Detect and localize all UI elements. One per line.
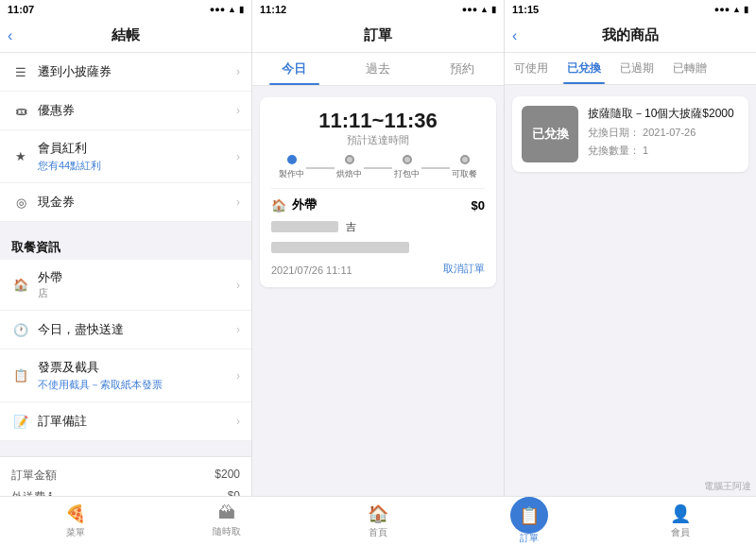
order-address [271,238,409,255]
wifi-icon-2: ▲ [480,5,489,14]
discount-coupon-item[interactable]: 🎟 優惠券 › [0,92,251,130]
divider-2 [0,441,251,449]
status-bar-2: 11:12 ●●● ▲ ▮ [252,0,505,19]
label-packing: 打包中 [394,168,420,180]
time-1: 11:07 [8,4,34,15]
order-item-section: 🏠 外帶 吉 [271,188,485,276]
store-icon: 🏠 [11,276,30,295]
cash-icon: ◎ [11,193,30,212]
nav-member-label: 會員 [671,526,690,539]
order-summary: 訂單金額 $200 外送費 ℹ $0 披薩隨取 -$200 應付金額 $0 [0,456,251,496]
wifi-icon: ▲ [228,5,236,14]
panels: ‹ 結帳 ☰ 遷到小披薩券 › 🎟 優惠券 › [0,19,756,496]
time-2: 11:12 [260,4,286,15]
coupon-item[interactable]: ☰ 遷到小披薩券 › [0,53,251,92]
nav-member[interactable]: 👤 會員 [605,497,756,545]
delivery-fee-value: $0 [228,489,240,496]
nav-order-label: 訂單 [520,532,539,545]
dot-ready [460,155,470,164]
chevron-icon-7: › [236,369,240,383]
product-list: 已兌換 披薩隨取－10個大披薩$2000 兌換日期： 2021-07-26 兌換… [505,85,756,496]
signal-icon-2: ●●● [462,5,477,14]
tab-scheduled[interactable]: 預約 [420,53,504,85]
order-type-icon: 🏠 [271,198,286,213]
mountain-icon: 🏔 [218,503,235,523]
note-label: 訂單備註 [38,413,236,430]
cash-label: 現金券 [38,194,236,211]
label-making: 製作中 [279,168,304,180]
order-tabs: 今日 過去 預約 [252,53,504,86]
battery-icon-3: ▮ [744,5,748,14]
store-sub: 店 [38,286,236,300]
line-2 [364,167,392,169]
chevron-icon-3: › [236,150,240,163]
tab-redeemed[interactable]: 已兌換 [558,53,610,84]
store-label: 吉 [346,221,356,232]
status-icons-1: ●●● ▲ ▮ [210,5,244,14]
checkout-back-button[interactable]: ‹ [8,27,12,44]
points-item[interactable]: ★ 會員紅利 您有44點紅利 › [0,130,251,183]
product-tabs: 可使用 已兌換 已過期 已轉贈 [505,53,756,85]
order-store-info: 吉 [271,217,409,234]
divider-1 [0,222,251,230]
product-card: 已兌換 披薩隨取－10個大披薩$2000 兌換日期： 2021-07-26 兌換… [512,96,748,172]
chevron-icon-2: › [236,104,240,117]
discount-label: 優惠券 [38,102,236,119]
chevron-icon-5: › [236,279,240,292]
time-3: 11:15 [512,4,539,15]
note-item[interactable]: 📝 訂單備註 › [0,402,251,441]
battery-icon: ▮ [239,5,244,14]
store-name-blurred [271,221,338,232]
takeout-item[interactable]: 🏠 外帶 店 › [0,260,251,311]
discount-icon: 🎟 [11,101,30,120]
order-type-label: 外帶 [292,196,317,213]
tab-today[interactable]: 今日 [252,53,336,85]
dot-packing [403,155,412,164]
quantity-label: 兌換數量： [588,145,640,156]
order-price-section: $0 [472,196,485,213]
checkout-title: 結帳 [112,26,140,44]
order-card: 11:11~11:36 預計送達時間 製作中 烘焙中 [260,97,496,287]
cancel-order-button[interactable]: 取消訂單 [443,262,485,276]
status-icons-2: ●●● ▲ ▮ [462,5,496,14]
signal-icon: ●●● [210,5,225,14]
invoice-icon: 📋 [11,366,30,385]
order-item-row: 🏠 外帶 吉 [271,196,485,255]
panel-order: 訂單 今日 過去 預約 11:11~11:36 預計送達時間 製作中 [252,19,505,496]
nav-random-pickup[interactable]: 🏔 隨時取 [151,497,302,545]
tab-past[interactable]: 過去 [336,53,421,85]
chevron-icon-8: › [236,415,240,428]
order-footer: 2021/07/26 11:11 取消訂單 [271,261,485,276]
invoice-item[interactable]: 📋 發票及截具 不使用截具－索取紙本發票 › [0,349,251,402]
my-products-header: ‹ 我的商品 [505,19,756,53]
product-redeem-date: 兌換日期： 2021-07-26 [588,126,739,140]
cash-coupon-item[interactable]: ◎ 現金券 › [0,183,251,222]
order-content: 11:11~11:36 預計送達時間 製作中 烘焙中 [252,86,504,496]
status-bar-1: 11:07 ●●● ▲ ▮ [0,0,252,19]
step-making: 製作中 [279,155,304,180]
tab-usable[interactable]: 可使用 [505,53,558,84]
quantity-value: 1 [643,145,648,156]
order-amount-value: $200 [215,468,240,484]
nav-menu[interactable]: 🍕 菜單 [0,497,151,545]
nav-order[interactable]: 📋 訂單 [454,497,605,545]
signal-icon-3: ●●● [714,5,730,14]
checkout-header: ‹ 結帳 [0,19,251,53]
checkout-content: ☰ 遷到小披薩券 › 🎟 優惠券 › ★ 會員紅利 [0,53,251,496]
order-time-range: 11:11~11:36 [271,109,485,133]
bottom-nav: 🍕 菜單 🏔 隨時取 🏠 首頁 📋 訂單 👤 會員 [0,496,756,545]
label-ready: 可取餐 [452,168,477,180]
nav-home[interactable]: 🏠 首頁 [302,497,454,545]
order-item-header: 🏠 外帶 [271,196,409,213]
pickup-section-title: 取餐資訊 [0,230,251,260]
status-bar-3: 11:15 ●●● ▲ ▮ [505,0,756,19]
tab-expired[interactable]: 已過期 [610,53,663,84]
delivery-time-item[interactable]: 🕐 今日，盡快送達 › [0,311,251,349]
wifi-icon-3: ▲ [732,5,741,14]
status-bars: 11:07 ●●● ▲ ▮ 11:12 ●●● ▲ ▮ 11:15 ●●● ▲ … [0,0,756,19]
tab-gifted[interactable]: 已轉贈 [663,53,716,84]
address-blurred [271,242,409,253]
invoice-label: 發票及截具 [38,359,236,376]
points-label: 會員紅利 [38,140,236,157]
my-products-back-button[interactable]: ‹ [512,27,517,44]
